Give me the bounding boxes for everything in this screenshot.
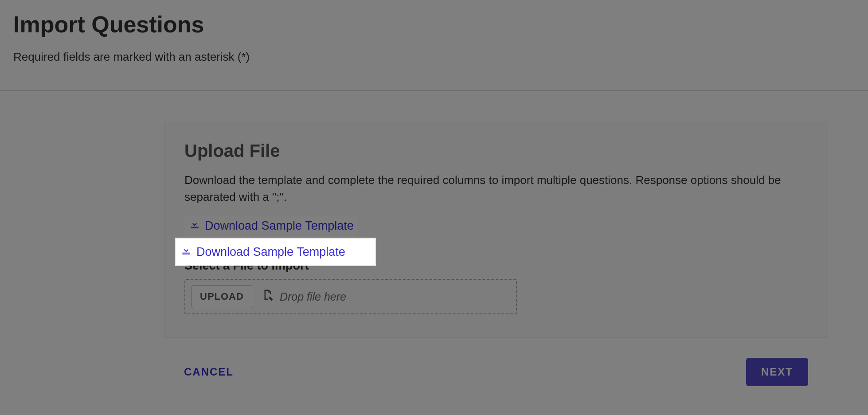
upload-file-card: Upload File Download the template and co… xyxy=(164,122,828,338)
upload-file-heading: Upload File xyxy=(184,141,808,161)
required-fields-note: Required fields are marked with an aster… xyxy=(13,50,855,64)
file-cursor-icon xyxy=(261,289,274,305)
download-sample-template-link[interactable]: Download Sample Template xyxy=(184,215,358,237)
download-sample-template-link-highlighted[interactable]: Download Sample Template xyxy=(176,239,375,265)
upload-button[interactable]: UPLOAD xyxy=(192,285,252,308)
next-button[interactable]: NEXT xyxy=(746,358,808,386)
header-divider xyxy=(0,90,868,91)
file-dropzone[interactable]: UPLOAD Drop file here xyxy=(184,279,517,314)
download-sample-template-label: Download Sample Template xyxy=(205,219,354,233)
page-title: Import Questions xyxy=(13,11,855,38)
download-icon xyxy=(189,219,200,233)
upload-file-description: Download the template and complete the r… xyxy=(184,172,808,205)
download-icon xyxy=(180,245,192,259)
dropzone-hint: Drop file here xyxy=(261,289,346,305)
cancel-button[interactable]: CANCEL xyxy=(184,366,234,378)
import-questions-page: Import Questions Required fields are mar… xyxy=(0,0,868,415)
dropzone-hint-text: Drop file here xyxy=(280,290,346,303)
footer-actions: CANCEL NEXT xyxy=(164,358,828,386)
download-sample-template-label: Download Sample Template xyxy=(196,245,345,259)
